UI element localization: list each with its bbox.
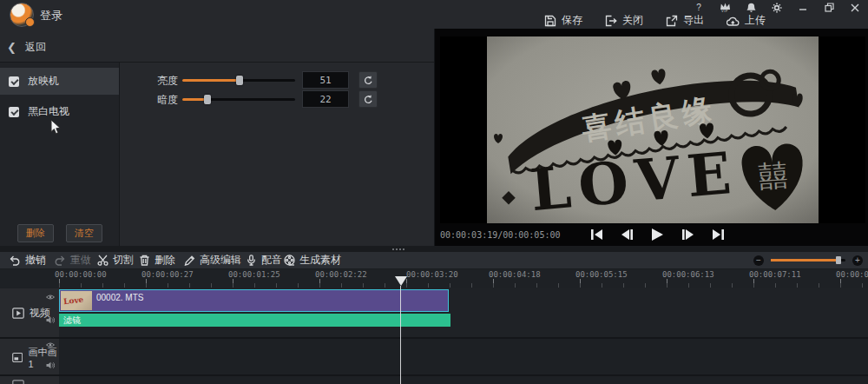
undo-icon bbox=[9, 255, 21, 266]
close-project-button[interactable]: 关闭 bbox=[605, 13, 643, 28]
video-track-header[interactable]: 视频 bbox=[0, 288, 60, 337]
speaker-icon bbox=[46, 316, 55, 324]
project-actions: 保存 关闭 导出 上传 bbox=[544, 13, 766, 28]
brightness-value[interactable]: 51 bbox=[302, 71, 349, 89]
advanced-edit-button[interactable]: 高级编辑 bbox=[184, 252, 241, 268]
settings-button[interactable] bbox=[771, 2, 783, 13]
logo-badge bbox=[25, 17, 35, 27]
edit-toolbar: 撤销 重做 切割 删除 高级编辑 配音 生成素材 − bbox=[0, 252, 868, 269]
maximize-button[interactable] bbox=[823, 2, 835, 13]
zoom-thumb[interactable] bbox=[836, 256, 841, 264]
dubbing-label: 配音 bbox=[261, 253, 282, 268]
video-mute-toggle[interactable] bbox=[46, 316, 55, 323]
play-icon bbox=[650, 228, 664, 242]
partial-track-lane[interactable] bbox=[59, 376, 868, 384]
timeline-zoom-control: − + bbox=[753, 252, 863, 268]
redo-icon bbox=[54, 255, 66, 266]
pip-visibility-toggle[interactable] bbox=[46, 341, 55, 348]
horizontal-splitter[interactable] bbox=[0, 246, 868, 252]
pip-track-header[interactable]: 画中画1 bbox=[0, 339, 60, 374]
skip-end-button[interactable] bbox=[708, 227, 727, 242]
clip-00002-mts[interactable]: Love 00002. MTS bbox=[59, 289, 449, 312]
brightness-slider[interactable] bbox=[182, 79, 295, 82]
gear-icon bbox=[772, 3, 782, 13]
video-frame[interactable]: 喜结良缘 LOVE 囍 bbox=[440, 36, 865, 223]
maximize-icon bbox=[825, 3, 834, 12]
eye-icon bbox=[46, 341, 55, 348]
scissors-icon bbox=[97, 255, 108, 266]
darkness-slider[interactable] bbox=[182, 98, 295, 101]
ruler-label: 00:00:03:20 bbox=[406, 270, 458, 279]
zoom-fill bbox=[771, 259, 839, 262]
minimize-button[interactable] bbox=[797, 2, 809, 13]
mic-icon bbox=[246, 255, 257, 266]
partial-track-header[interactable] bbox=[0, 376, 60, 384]
darkness-row: 暗度 22 bbox=[0, 91, 434, 109]
save-button[interactable]: 保存 bbox=[544, 13, 582, 28]
zoom-out-button[interactable]: − bbox=[753, 255, 764, 266]
brightness-reset-button[interactable] bbox=[358, 71, 378, 89]
close-project-label: 关闭 bbox=[622, 13, 643, 28]
cut-button[interactable]: 切割 bbox=[97, 252, 134, 268]
vip-crown-button[interactable]: VIP bbox=[719, 2, 731, 13]
back-button[interactable]: ❮ 返回 bbox=[7, 40, 46, 55]
step-back-icon bbox=[621, 228, 634, 241]
ruler-label: 00:00:07:11 bbox=[749, 270, 801, 279]
splitter-grip-icon[interactable] bbox=[392, 248, 406, 250]
undo-label: 撤销 bbox=[25, 253, 46, 268]
vip-label: VIP bbox=[721, 10, 728, 13]
slider-thumb[interactable] bbox=[236, 76, 243, 85]
trash-icon bbox=[139, 255, 150, 266]
login-button[interactable]: 登录 bbox=[40, 8, 62, 23]
timeline-ruler[interactable]: 00:00:00:00 00:00:00:27 00:00:01:25 00:0… bbox=[0, 269, 868, 288]
zoom-slider[interactable] bbox=[771, 259, 845, 262]
exit-icon bbox=[605, 15, 617, 27]
thumbnail-text: Love bbox=[63, 295, 84, 306]
speaker-icon bbox=[46, 361, 55, 369]
export-label: 导出 bbox=[683, 13, 704, 28]
filter-label: 滤镜 bbox=[63, 314, 81, 327]
playhead-line bbox=[400, 286, 401, 384]
darkness-value[interactable]: 22 bbox=[302, 90, 349, 108]
playhead-handle[interactable] bbox=[395, 276, 407, 286]
redo-button[interactable]: 重做 bbox=[54, 252, 91, 268]
skip-start-icon bbox=[590, 228, 603, 241]
notifications-button[interactable] bbox=[745, 2, 757, 13]
clear-effects-button[interactable]: 清空 bbox=[66, 224, 102, 242]
play-button[interactable] bbox=[648, 227, 667, 242]
skip-end-icon bbox=[712, 228, 725, 241]
video-visibility-toggle[interactable] bbox=[46, 294, 55, 301]
pip-mute-toggle[interactable] bbox=[46, 361, 55, 368]
brightness-row: 亮度 51 bbox=[0, 72, 434, 89]
save-label: 保存 bbox=[562, 13, 582, 28]
clip-thumbnail: Love bbox=[61, 291, 92, 310]
video-track-icon bbox=[12, 308, 24, 319]
upload-button[interactable]: 上传 bbox=[727, 13, 766, 28]
preview-timecode: 00:00:03:19/00:00:05:00 bbox=[440, 230, 560, 240]
reset-icon bbox=[364, 95, 373, 104]
app-logo-icon[interactable] bbox=[10, 3, 34, 27]
generate-material-button[interactable]: 生成素材 bbox=[284, 252, 341, 268]
ruler-label: 00:00:06:13 bbox=[662, 270, 714, 279]
close-window-button[interactable] bbox=[849, 2, 861, 13]
cut-label: 切割 bbox=[113, 253, 134, 268]
step-forward-button[interactable] bbox=[678, 227, 697, 242]
delete-clip-button[interactable]: 删除 bbox=[139, 252, 175, 268]
pip-track-lane[interactable] bbox=[59, 339, 868, 374]
dubbing-button[interactable]: 配音 bbox=[246, 252, 282, 268]
help-button[interactable]: ? bbox=[693, 2, 705, 13]
step-back-button[interactable] bbox=[617, 227, 636, 242]
step-forward-icon bbox=[681, 228, 694, 241]
export-button[interactable]: 导出 bbox=[666, 13, 704, 28]
undo-button[interactable]: 撤销 bbox=[9, 252, 46, 268]
delete-effect-button[interactable]: 删除 bbox=[17, 224, 54, 242]
preview-panel: 喜结良缘 LOVE 囍 00:00:03:19/00:00:05:00 bbox=[435, 29, 868, 246]
partial-track-icon bbox=[12, 380, 24, 384]
clip-label: 00002. MTS bbox=[96, 293, 143, 302]
zoom-in-button[interactable]: + bbox=[852, 255, 863, 266]
filter-bar[interactable]: 滤镜 bbox=[59, 314, 450, 327]
reset-icon bbox=[364, 76, 373, 85]
skip-start-button[interactable] bbox=[587, 227, 606, 242]
darkness-reset-button[interactable] bbox=[358, 90, 378, 108]
slider-thumb[interactable] bbox=[204, 95, 211, 104]
